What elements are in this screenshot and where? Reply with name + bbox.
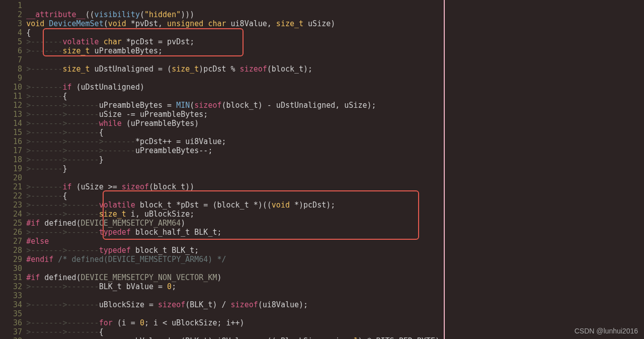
line-number: 35 <box>0 309 26 318</box>
line-number: 27 <box>0 237 26 246</box>
line-number: 36 <box>0 318 26 327</box>
line-number: 11 <box>0 92 26 101</box>
line-number: 10 <box>0 83 26 92</box>
code-line: >------->------->-------uPreambleBytes--… <box>26 146 444 155</box>
line-number: 37 <box>0 327 26 336</box>
code-line: >------->-------} <box>26 155 444 164</box>
line-number: 19 <box>0 164 26 173</box>
code-line <box>26 264 444 273</box>
code-line: >------->-------uPreambleBytes = MIN(siz… <box>26 101 444 110</box>
line-number-gutter: 1234567891011121314151617181920212223242… <box>0 0 26 339</box>
code-editor: 1234567891011121314151617181920212223242… <box>0 0 444 339</box>
line-number: 28 <box>0 246 26 255</box>
line-number: 22 <box>0 191 26 200</box>
line-number: 13 <box>0 110 26 119</box>
code-line: >------->-------uSize -= uPreambleBytes; <box>26 110 444 119</box>
code-line <box>26 291 444 300</box>
code-line <box>26 1 444 10</box>
line-number: 26 <box>0 228 26 237</box>
code-line: >-------size_t uPreambleBytes; <box>26 46 444 55</box>
code-line: >------->-------while (uPreambleBytes) <box>26 119 444 128</box>
code-line: >------->-------volatile block_t *pDst =… <box>26 200 444 210</box>
code-line: >------->-------{ <box>26 128 444 137</box>
line-number: 6 <box>0 46 26 55</box>
code-line: >------->-------uBlockSize = sizeof(BLK_… <box>26 300 444 309</box>
code-line: >------->-------typedef block_half_t BLK… <box>26 228 444 237</box>
code-line: >------->-------{ <box>26 327 444 336</box>
code-line: >-------if (uSize >= sizeof(block_t)) <box>26 182 444 191</box>
line-number: 15 <box>0 128 26 137</box>
code-line: >------->-------BLK_t bValue = 0; <box>26 282 444 291</box>
line-number: 9 <box>0 74 26 83</box>
code-line: >------->-------typedef block_t BLK_t; <box>26 246 444 255</box>
line-number: 17 <box>0 146 26 155</box>
line-number: 23 <box>0 200 26 210</box>
line-number: 8 <box>0 64 26 74</box>
code-line: >-------volatile char *pcDst = pvDst; <box>26 37 444 46</box>
line-number: 25 <box>0 219 26 228</box>
code-line: >-------} <box>26 164 444 173</box>
code-line <box>26 309 444 318</box>
line-number: 4 <box>0 28 26 37</box>
code-line: >------->------->-------bValue |= (BLK_t… <box>26 336 444 339</box>
line-number: 34 <box>0 300 26 309</box>
code-line <box>26 173 444 182</box>
code-line: #if defined(DEVICE_MEMSETCPY_ARM64) <box>26 219 444 228</box>
code-line: >-------{ <box>26 191 444 200</box>
code-line <box>26 55 444 64</box>
line-number: 7 <box>0 55 26 64</box>
code-line <box>26 74 444 83</box>
line-number: 32 <box>0 282 26 291</box>
watermark: CSDN @lunhui2016 <box>575 327 638 335</box>
code-line: >-------size_t uDstUnaligned = (size_t)p… <box>26 64 444 74</box>
code-line: __attribute__((visibility("hidden"))) <box>26 10 444 19</box>
code-line: void DeviceMemSet(void *pvDst, unsigned … <box>26 19 444 28</box>
code-line: #else <box>26 237 444 246</box>
line-number: 29 <box>0 255 26 264</box>
code-line: >------->-------for (i = 0; i < uBlockSi… <box>26 318 444 327</box>
code-area[interactable]: __attribute__((visibility("hidden")))voi… <box>26 0 444 339</box>
line-number: 3 <box>0 19 26 28</box>
line-number: 31 <box>0 273 26 282</box>
line-number: 21 <box>0 182 26 191</box>
line-number: 1 <box>0 1 26 10</box>
code-line: >------->------->-------*pcDst++ = ui8Va… <box>26 137 444 146</box>
code-line: #endif /* defined(DEVICE_MEMSETCPY_ARM64… <box>26 255 444 264</box>
line-number: 20 <box>0 173 26 182</box>
line-number: 14 <box>0 119 26 128</box>
code-line: >-------{ <box>26 92 444 101</box>
line-number: 5 <box>0 37 26 46</box>
line-number: 18 <box>0 155 26 164</box>
code-line: { <box>26 28 444 37</box>
code-line: >-------if (uDstUnaligned) <box>26 83 444 92</box>
code-line: >------->-------size_t i, uBlockSize; <box>26 210 444 219</box>
line-number: 24 <box>0 210 26 219</box>
line-number: 33 <box>0 291 26 300</box>
ruler-line <box>444 0 445 339</box>
line-number: 16 <box>0 137 26 146</box>
line-number: 12 <box>0 101 26 110</box>
line-number: 38 <box>0 336 26 339</box>
line-number: 2 <box>0 10 26 19</box>
line-number: 30 <box>0 264 26 273</box>
code-line: #if defined(DEVICE_MEMSETCPY_NON_VECTOR_… <box>26 273 444 282</box>
